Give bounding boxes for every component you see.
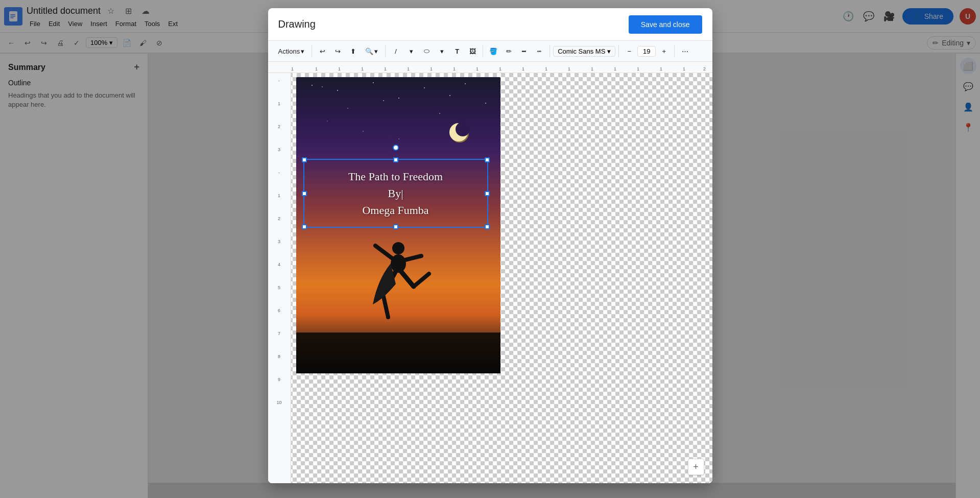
- ruler-label-18: 1: [683, 66, 685, 72]
- font-size-area: − 19 +: [622, 44, 671, 58]
- draw-redo-button[interactable]: ↪: [330, 44, 345, 58]
- toolbar-separator-6: [674, 45, 675, 57]
- ruler-label-5: 1: [384, 66, 387, 72]
- book-cover-image: The Path to Freedom By| Omega Fumba: [296, 77, 500, 373]
- vertical-ruler: - 1 2 3 - 1 2 3 4 5 6 7 8 9 10: [268, 73, 291, 483]
- ruler-label-7: 1: [430, 66, 433, 72]
- v-ruler-mark-13: 8: [278, 354, 280, 359]
- svg-line-9: [383, 294, 388, 317]
- line-tool-button[interactable]: /: [389, 44, 403, 58]
- toolbar-separator-2: [385, 45, 386, 57]
- fill-color-button[interactable]: 🪣: [486, 44, 500, 58]
- v-ruler-mark-3: 2: [278, 124, 280, 129]
- ruler-label-9: 1: [476, 66, 479, 72]
- shape-tool-button[interactable]: ⬭: [419, 44, 434, 58]
- ruler-label-2: 1: [315, 66, 318, 72]
- line-dropdown-icon[interactable]: ▾: [404, 44, 418, 58]
- drawing-ruler: 1 1 1 1 1 1 1 1 1 1 1 1 1 1 1 1 1 1 2: [268, 62, 712, 73]
- shape-dropdown-icon[interactable]: ▾: [435, 44, 449, 58]
- ruler-label-17: 1: [660, 66, 662, 72]
- v-ruler-mark-12: 7: [278, 331, 280, 336]
- drawing-toolbar: Actions ▾ ↩ ↪ ⬆ 🔍 ▾ / ▾ ⬭ ▾ T 🖼: [268, 41, 712, 62]
- v-ruler-mark-9: 4: [278, 262, 280, 267]
- v-ruler-mark-4: 3: [278, 147, 280, 152]
- textbox-content: The Path to Freedom By| Omega Fumba: [304, 160, 487, 227]
- textbox-line1: The Path to Freedom: [348, 168, 443, 185]
- border-weight-button[interactable]: ━: [517, 44, 531, 58]
- v-ruler-mark-11: 6: [278, 308, 280, 313]
- actions-button[interactable]: Actions ▾: [274, 45, 309, 57]
- v-ruler-mark-6: 1: [278, 193, 280, 198]
- ruler-label-1: 1: [291, 66, 294, 72]
- v-ruler-mark-1: -: [278, 78, 280, 83]
- font-name-label: Comic Sans MS: [558, 48, 605, 55]
- v-ruler-mark-10: 5: [278, 285, 280, 290]
- selected-textbox[interactable]: The Path to Freedom By| Omega Fumba: [303, 159, 488, 228]
- font-selector[interactable]: Comic Sans MS ▾: [553, 46, 615, 57]
- toolbar-separator-5: [618, 45, 619, 57]
- toolbar-separator-4: [549, 45, 550, 57]
- ruler-label-3: 1: [338, 66, 341, 72]
- draw-undo-button[interactable]: ↩: [315, 44, 329, 58]
- textbox-line2: By|: [388, 185, 403, 202]
- drawing-canvas[interactable]: - 1 2 3 - 1 2 3 4 5 6 7 8 9 10: [268, 73, 712, 483]
- zoom-icon: 🔍: [365, 48, 373, 55]
- ruler-label-15: 1: [614, 66, 616, 72]
- rotation-handle[interactable]: [393, 145, 399, 151]
- moon: [449, 123, 470, 144]
- ruler-label-16: 1: [637, 66, 639, 72]
- silhouette-svg: [363, 238, 434, 340]
- toolbar-separator-3: [483, 45, 483, 57]
- font-size-input[interactable]: 19: [637, 46, 656, 57]
- font-size-increase-button[interactable]: +: [657, 44, 671, 58]
- svg-line-10: [401, 271, 414, 287]
- textbox-tool-button[interactable]: T: [450, 44, 464, 58]
- drawing-header: Drawing Save and close: [268, 8, 712, 41]
- zoom-in-button[interactable]: +: [688, 459, 704, 475]
- more-options-button[interactable]: ⋯: [678, 44, 692, 58]
- toolbar-separator-1: [312, 45, 312, 57]
- border-dash-icon: ┅: [537, 48, 541, 55]
- image-tool-button[interactable]: 🖼: [465, 44, 480, 58]
- drawing-overlay: Drawing Save and close Actions ▾ ↩ ↪ ⬆ 🔍…: [0, 0, 980, 498]
- border-color-icon: ✏: [506, 48, 512, 55]
- border-color-button[interactable]: ✏: [501, 44, 516, 58]
- v-ruler-mark-7: 2: [278, 216, 280, 221]
- textbox-line3: Omega Fumba: [362, 202, 428, 219]
- svg-line-7: [401, 256, 421, 261]
- drawing-title: Drawing: [278, 18, 316, 30]
- ruler-label-19: 2: [703, 66, 706, 72]
- ruler-label-14: 1: [591, 66, 593, 72]
- canvas-content: The Path to Freedom By| Omega Fumba: [296, 77, 500, 373]
- font-size-decrease-button[interactable]: −: [622, 44, 636, 58]
- ruler-label-11: 1: [522, 66, 524, 72]
- zoom-dropdown-icon: ▾: [374, 48, 378, 55]
- ruler-label-4: 1: [361, 66, 364, 72]
- border-weight-icon: ━: [522, 48, 526, 55]
- v-ruler-mark-8: 3: [278, 239, 280, 244]
- draw-zoom-selector[interactable]: 🔍 ▾: [361, 45, 382, 57]
- ruler-label-13: 1: [568, 66, 570, 72]
- ruler-label-10: 1: [499, 66, 501, 72]
- fill-color-icon: 🪣: [489, 48, 497, 55]
- actions-label: Actions: [278, 48, 300, 55]
- v-ruler-mark-5: -: [278, 170, 280, 175]
- ruler-label-12: 1: [545, 66, 547, 72]
- ruler-label-6: 1: [407, 66, 410, 72]
- border-dash-button[interactable]: ┅: [532, 44, 546, 58]
- v-ruler-mark-15: 10: [276, 400, 281, 405]
- v-ruler-mark-14: 9: [278, 377, 280, 382]
- v-ruler-mark-2: 1: [278, 101, 280, 106]
- svg-point-5: [392, 242, 404, 254]
- svg-line-11: [414, 274, 429, 287]
- drawing-modal: Drawing Save and close Actions ▾ ↩ ↪ ⬆ 🔍…: [268, 8, 712, 483]
- save-and-close-button[interactable]: Save and close: [629, 15, 702, 34]
- ruler-label-8: 1: [453, 66, 456, 72]
- draw-pointer-button[interactable]: ⬆: [346, 44, 360, 58]
- font-dropdown-icon: ▾: [607, 48, 611, 55]
- actions-chevron-icon: ▾: [301, 48, 304, 55]
- zoom-controls: +: [688, 459, 704, 475]
